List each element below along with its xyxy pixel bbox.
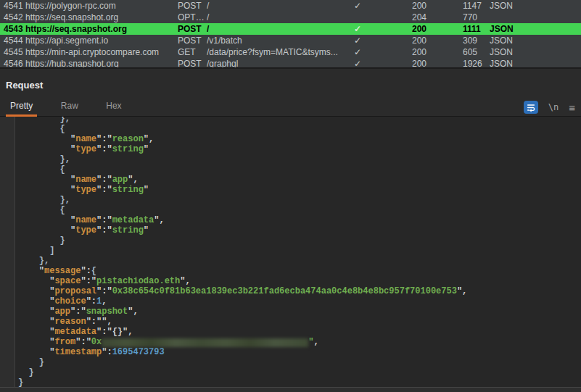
code-line: }, — [18, 154, 467, 164]
code-token: metadata — [54, 327, 96, 337]
cell-url: / — [207, 0, 348, 12]
newline-toggle[interactable]: \n — [548, 102, 559, 112]
code-line: "choice":1, — [18, 296, 467, 306]
cell-mime — [490, 12, 581, 23]
cell-mime: JSON — [490, 46, 581, 58]
code-line: }, — [18, 195, 467, 205]
history-row[interactable]: 4543https://seq.snapshot.orgPOST/✓200111… — [0, 23, 581, 35]
tab-hex[interactable]: Hex — [102, 96, 125, 117]
cell-url: /graphql — [207, 58, 348, 68]
code-token: { — [60, 164, 65, 175]
request-editor[interactable]: }, { "name":"reason", "type":"string" },… — [0, 117, 581, 387]
history-row[interactable]: 4542https://seq.snapshot.orgOPTIO.../204… — [0, 12, 581, 23]
code-line: } — [18, 367, 467, 378]
cell-id: 4541 — [0, 0, 25, 12]
cell-mime: JSON — [490, 58, 581, 68]
code-token: ", — [128, 306, 138, 317]
code-token: string — [112, 185, 144, 195]
code-token: ":" — [96, 215, 112, 225]
code-token: } — [18, 378, 23, 387]
history-row[interactable]: 4545https://min-api.cryptocompare.comGET… — [0, 46, 581, 58]
code-token: type — [75, 185, 96, 195]
code-line: "name":"reason", — [18, 134, 467, 144]
cell-method: POST — [178, 23, 207, 35]
code-line: }, — [18, 117, 467, 124]
code-token: , — [102, 296, 107, 306]
code-line: "timestamp":1695473793 — [18, 347, 467, 357]
code-line: "type":"string" — [18, 185, 467, 195]
code-token: ", — [457, 286, 467, 296]
cell-host: https://min-api.cryptocompare.com — [25, 46, 178, 58]
code-token: { — [60, 124, 65, 134]
code-token: " — [18, 266, 44, 276]
code-token: pistachiodao.eth — [96, 276, 180, 286]
editor-toolbar: \n ≡ — [524, 99, 575, 115]
editor-gutter — [0, 117, 15, 387]
check-icon — [348, 12, 412, 23]
code-line: } — [18, 235, 467, 246]
code-token: ", — [144, 134, 154, 144]
code-token: ":" — [96, 286, 112, 296]
code-token: " — [18, 337, 54, 347]
tab-pretty[interactable]: Pretty — [6, 96, 37, 117]
code-token: " — [18, 225, 75, 235]
cell-url: /data/price?fsym=MATIC&tsyms... — [207, 46, 348, 58]
code-token: app — [54, 306, 70, 317]
code-token: timestamp — [54, 347, 102, 357]
cell-method: POST — [178, 35, 207, 46]
code-token: app — [112, 175, 128, 185]
cell-mime: JSON — [490, 0, 581, 12]
code-token: }, — [60, 154, 70, 164]
code-line: "type":"string" — [18, 144, 467, 154]
cell-length: 605 — [463, 46, 490, 58]
code-token: ":" — [70, 306, 86, 317]
code-token: ":" — [96, 144, 112, 154]
code-token: space — [54, 276, 81, 286]
history-row[interactable]: 4544https://api.segment.ioPOST/v1/batch✓… — [0, 35, 581, 46]
code-line: "metadata":"{}", — [18, 327, 467, 337]
code-token: " — [18, 144, 75, 154]
editor-menu-icon[interactable]: ≡ — [569, 102, 575, 113]
code-line: } — [18, 378, 467, 387]
code-token: ":" — [75, 337, 91, 347]
cell-length: 309 — [463, 35, 490, 46]
code-token: }, — [60, 117, 70, 124]
code-token: " — [144, 144, 149, 154]
code-token — [18, 195, 60, 205]
code-line: "app":"snapshot", — [18, 306, 467, 317]
code-token — [18, 246, 49, 256]
code-token: type — [75, 225, 96, 235]
code-token: reason — [54, 317, 86, 327]
cell-length: 1111 — [463, 23, 490, 35]
request-editor-code[interactable]: }, { "name":"reason", "type":"string" },… — [18, 117, 467, 387]
code-token: metadata — [112, 215, 154, 225]
code-line: "type":"string" — [18, 225, 467, 235]
history-row[interactable]: 4541https://polygon-rpc.comPOST/✓2001147… — [0, 0, 581, 12]
code-token: ", — [128, 175, 138, 185]
cell-length: 770 — [463, 12, 490, 23]
code-token: name — [75, 215, 96, 225]
code-token: }, — [60, 195, 70, 205]
code-token: snapshot — [86, 306, 128, 317]
cell-id: 4543 — [0, 23, 25, 35]
cell-id: 4546 — [0, 58, 25, 68]
code-token: proposal — [54, 286, 96, 296]
history-rows: 4541https://polygon-rpc.comPOST/✓2001147… — [0, 0, 581, 68]
code-token: ": — [81, 266, 91, 276]
code-token: " — [18, 276, 54, 286]
request-tabs-bar: Pretty Raw Hex \n ≡ — [0, 96, 581, 117]
cell-host: https://hub.snapshot.org — [25, 58, 178, 68]
code-token: reason — [112, 134, 144, 144]
word-wrap-icon[interactable] — [524, 101, 538, 114]
tab-raw[interactable]: Raw — [57, 96, 83, 117]
code-line: { — [18, 124, 467, 134]
code-token: ": — [86, 296, 96, 306]
code-token: } — [28, 367, 33, 378]
code-token: 0x38c654c0f81b63ea1839ec3b221fad6ecba474… — [112, 286, 457, 296]
history-row[interactable]: 4546https://hub.snapshot.orgPOST/graphql… — [0, 58, 581, 68]
code-token: ":" — [96, 185, 112, 195]
code-token: ":"", — [86, 317, 112, 327]
code-line: "name":"app", — [18, 175, 467, 185]
code-token — [18, 256, 39, 266]
cell-mime: JSON — [490, 35, 581, 46]
